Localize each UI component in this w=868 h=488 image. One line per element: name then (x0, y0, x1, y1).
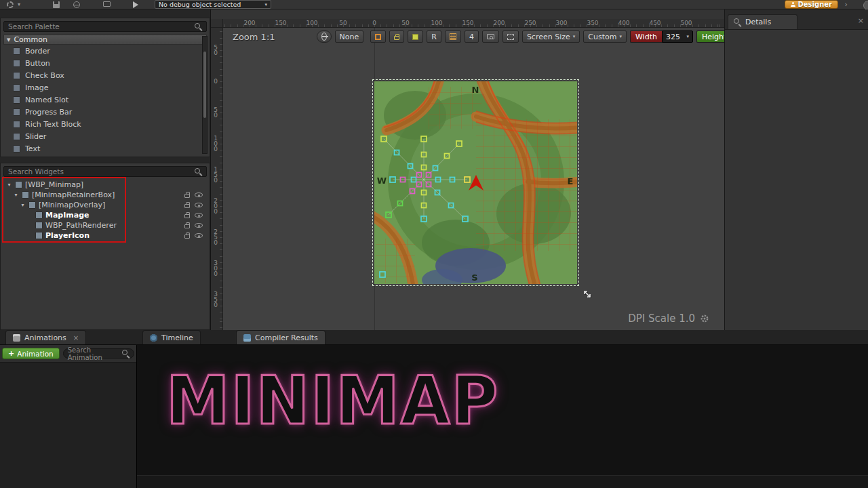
palette-item-check-box[interactable]: Check Box (3, 69, 207, 81)
ruler-h-label: 150 (275, 20, 286, 26)
bottom-strip (137, 475, 868, 488)
respect-locks-button[interactable]: R (427, 30, 441, 43)
safe-zone-button[interactable] (502, 30, 519, 43)
close-icon[interactable]: × (73, 334, 79, 342)
dashed-frame-icon (507, 34, 514, 40)
hierarchy-item-minimapretainerbox[interactable]: ▾[MinimapRetainerBox] (3, 190, 207, 200)
ruler-h-label: 50 (339, 20, 347, 26)
add-animation-button[interactable]: + Animation (2, 348, 60, 359)
browse-icon[interactable] (73, 1, 80, 8)
grid-snap-size-button[interactable]: 4 (465, 30, 479, 43)
widget-type-icon (28, 201, 36, 209)
lock-icon[interactable] (184, 204, 190, 208)
lock-icon[interactable] (184, 224, 190, 228)
palette-item-border[interactable]: Border (3, 45, 207, 57)
width-input[interactable]: 325 ▾ (662, 30, 693, 43)
save-icon[interactable] (53, 1, 60, 8)
palette-item-slider[interactable]: Slider (3, 130, 207, 142)
play-icon[interactable] (133, 1, 138, 8)
width-group: Width 325 ▾ (630, 30, 693, 43)
palette-item-label: Border (25, 47, 50, 56)
fill-rule-dropdown[interactable]: Custom ▾ (583, 30, 627, 43)
minimap-title-text: MINIMAP (166, 368, 499, 434)
debug-object-dropdown[interactable]: No debug object selected ▾ (155, 0, 271, 9)
collapse-arrow-icon[interactable]: ▾ (13, 192, 19, 198)
visibility-eye-icon[interactable] (195, 223, 203, 228)
designer-canvas[interactable]: Zoom 1:1 None R 4 Screen Size (223, 28, 724, 330)
horizontal-ruler: 2001501005005010015020025030035040045050… (223, 19, 724, 28)
tab-animations-label: Animations (24, 333, 66, 342)
outline-widgets-button[interactable] (408, 30, 423, 43)
visibility-eye-icon[interactable] (195, 233, 203, 238)
hierarchy-item-wbp-pathrenderer[interactable]: WBP_PathRenderer (3, 220, 207, 230)
image-icon (13, 84, 20, 92)
animation-search-placeholder: Search Animation (68, 346, 122, 361)
tab-animations[interactable]: Animations × (5, 330, 86, 344)
palette-item-label: Slider (25, 132, 46, 141)
ruler-v-label: 5 0 (211, 45, 220, 56)
preview-culture-button[interactable]: None (335, 30, 364, 43)
settings-gear-icon[interactable] (7, 1, 14, 8)
palette-section-common[interactable]: ▼ Common (3, 35, 207, 45)
graph-mode-button[interactable] (863, 1, 868, 10)
visibility-eye-icon[interactable] (195, 213, 203, 218)
collapse-arrow-icon[interactable]: ▾ (6, 182, 12, 188)
resize-handle[interactable] (583, 289, 592, 298)
grid-snapping-button[interactable] (445, 30, 461, 43)
screen-size-dropdown[interactable]: Screen Size ▾ (522, 30, 580, 43)
palette-item-label: Text (25, 144, 40, 153)
animations-icon (13, 334, 20, 342)
person-icon (791, 2, 795, 7)
visibility-eye-icon[interactable] (195, 203, 203, 207)
palette-item-rich-text-block[interactable]: Rich Text Block (3, 118, 207, 130)
hierarchy-item-label: [WBP_Minimap] (25, 180, 83, 189)
hierarchy-item-playericon[interactable]: PlayerIcon (3, 230, 207, 241)
height-group: Height 325 ▾ (696, 30, 724, 43)
scrollbar-thumb[interactable] (203, 52, 206, 118)
palette-scrollbar[interactable] (202, 36, 208, 154)
screenshot-button[interactable] (482, 30, 499, 43)
lock-icon[interactable] (184, 214, 190, 218)
settings-caret-icon[interactable]: ▾ (18, 1, 20, 8)
lock-widgets-button[interactable] (389, 30, 404, 43)
lock-icon[interactable] (184, 194, 190, 198)
close-icon[interactable]: × (858, 16, 864, 25)
fill-rule-label: Custom (588, 33, 616, 41)
animation-search-input[interactable]: Search Animation (63, 348, 134, 359)
visibility-eye-icon[interactable] (195, 192, 203, 197)
hierarchy-item-mapimage[interactable]: MapImage (3, 210, 207, 220)
gear-icon[interactable] (700, 314, 709, 323)
flow-direction-button[interactable] (370, 30, 386, 43)
add-animation-label: Animation (17, 350, 54, 358)
ruler-row: 2001501005005010015020025030035040045050… (211, 19, 724, 28)
ruler-h-label: 50 (401, 20, 409, 26)
tab-timeline[interactable]: Timeline (142, 330, 201, 344)
palette-search-input[interactable]: Search Palette (3, 21, 207, 32)
designer-mode-button[interactable]: Designer (785, 0, 838, 9)
hierarchy-item-minimapoverlay[interactable]: ▾[MinimapOverlay] (3, 200, 207, 210)
tab-compiler-results[interactable]: Compiler Results (236, 330, 326, 344)
localization-preview-button[interactable] (317, 30, 332, 43)
globe-icon (321, 33, 327, 41)
mode-separator-chevron: › (845, 0, 848, 9)
palette-item-button[interactable]: Button (3, 57, 207, 69)
lock-icon[interactable] (184, 235, 190, 239)
hierarchy-search-input[interactable]: Search Widgets (3, 166, 207, 177)
palette-item-progress-bar[interactable]: Progress Bar (3, 106, 207, 118)
palette-item-named-slot[interactable]: Named Slot (3, 94, 207, 106)
ruler-v-label: 1 5 0 (211, 167, 220, 183)
ruler-v-label: 3 0 0 (211, 260, 220, 277)
tab-details[interactable]: Details (728, 14, 797, 29)
hierarchy-item-label: MapImage (45, 211, 90, 220)
ruler-h-label: 300 (555, 20, 567, 26)
palette-item-text[interactable]: Text (3, 142, 207, 155)
palette-item-image[interactable]: Image (3, 81, 207, 94)
ruler-h-label: 450 (649, 20, 660, 26)
animations-list[interactable] (0, 363, 136, 488)
selected-widget-frame[interactable]: N W E S (374, 81, 577, 284)
window-icon[interactable] (103, 1, 111, 7)
collapse-arrow-icon[interactable]: ▾ (20, 202, 26, 208)
search-icon (195, 168, 202, 176)
hierarchy-item-wbp-minimap[interactable]: ▾[WBP_Minimap] (3, 180, 207, 190)
spinner-caret-icon[interactable]: ▾ (686, 34, 689, 39)
